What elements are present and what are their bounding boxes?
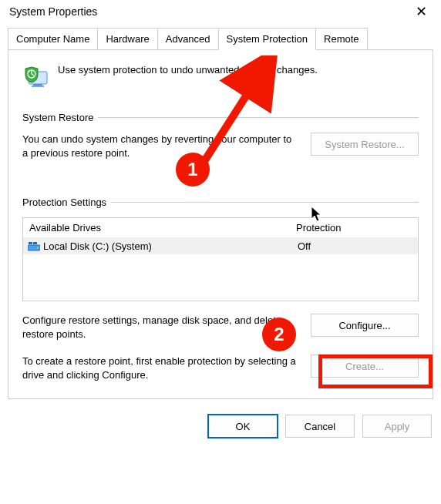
svg-rect-6 <box>29 242 32 244</box>
intro-row: Use system protection to undo unwanted s… <box>22 64 419 92</box>
window-title: System Properties <box>9 5 97 18</box>
system-restore-button[interactable]: System Restore... <box>311 133 419 156</box>
cancel-button[interactable]: Cancel <box>285 415 355 438</box>
drives-list[interactable]: Available Drives Protection Local Disk (… <box>22 217 419 301</box>
tab-strip: Computer Name Hardware Advanced System P… <box>8 28 433 50</box>
drive-protection: Off <box>298 240 413 252</box>
dialog-body: Computer Name Hardware Advanced System P… <box>0 23 441 407</box>
create-button[interactable]: Create... <box>311 354 419 378</box>
tab-hardware[interactable]: Hardware <box>97 28 157 50</box>
group-system-restore: System Restore <box>22 112 419 123</box>
svg-rect-2 <box>32 86 44 87</box>
drives-header: Available Drives Protection <box>23 218 418 238</box>
configure-row: Configure restore settings, manage disk … <box>22 314 419 341</box>
dialog-footer: OK Cancel Apply <box>0 415 441 445</box>
system-restore-text: You can undo system changes by reverting… <box>22 133 300 160</box>
system-restore-row: You can undo system changes by reverting… <box>22 133 419 160</box>
tab-panel: Use system protection to undo unwanted s… <box>8 49 433 399</box>
col-protection: Protection <box>296 222 412 234</box>
svg-rect-1 <box>33 84 42 86</box>
divider <box>111 202 419 203</box>
configure-text: Configure restore settings, manage disk … <box>22 314 300 341</box>
col-available-drives: Available Drives <box>29 222 296 234</box>
drive-row[interactable]: Local Disk (C:) (System) Off <box>23 238 418 254</box>
group-protection-settings: Protection Settings <box>22 197 419 208</box>
shield-monitor-icon <box>22 64 50 92</box>
divider <box>98 117 419 118</box>
svg-point-8 <box>37 247 39 248</box>
apply-button[interactable]: Apply <box>362 415 432 438</box>
svg-rect-7 <box>33 242 37 244</box>
create-row: To create a restore point, first enable … <box>22 354 419 381</box>
ok-button[interactable]: OK <box>208 415 278 438</box>
create-text: To create a restore point, first enable … <box>22 354 300 381</box>
intro-text: Use system protection to undo unwanted s… <box>58 64 318 76</box>
title-bar: System Properties ✕ <box>0 0 441 23</box>
tab-advanced[interactable]: Advanced <box>157 28 219 50</box>
drive-icon <box>28 242 40 251</box>
tab-system-protection[interactable]: System Protection <box>218 28 317 50</box>
tab-computer-name[interactable]: Computer Name <box>8 28 98 50</box>
configure-button[interactable]: Configure... <box>311 314 419 337</box>
drives-empty-space <box>23 254 418 301</box>
tab-remote[interactable]: Remote <box>315 28 368 50</box>
close-icon[interactable]: ✕ <box>411 5 432 18</box>
drive-name: Local Disk (C:) (System) <box>43 240 152 252</box>
